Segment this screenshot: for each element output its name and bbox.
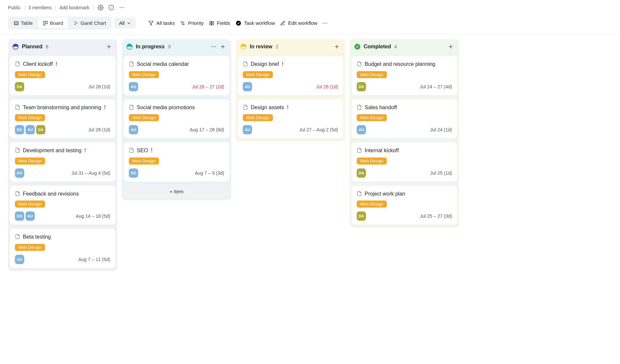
avatar[interactable]: DO: [15, 211, 24, 221]
add-card-button[interactable]: [105, 43, 113, 50]
tag[interactable]: Web Design: [15, 158, 45, 164]
task-card[interactable]: Design assets !Web DesignAUJul 27 – Aug …: [237, 99, 344, 139]
table-icon: [14, 21, 19, 26]
column-header: In progress3: [122, 39, 231, 54]
avatar[interactable]: DA: [357, 82, 366, 91]
document-icon: [15, 191, 20, 196]
avatar[interactable]: AU: [357, 125, 366, 134]
document-icon: [15, 234, 20, 239]
avatar[interactable]: DO: [15, 168, 24, 178]
avatar[interactable]: DA: [15, 82, 24, 91]
more-icon[interactable]: [118, 4, 126, 11]
toolbar-more-icon[interactable]: [321, 20, 329, 27]
priority-icon: !: [104, 105, 106, 110]
members-link[interactable]: 3 members: [28, 5, 52, 10]
add-item-button[interactable]: + Item: [123, 185, 230, 198]
column-title: Planned: [22, 44, 42, 50]
svg-point-27: [213, 46, 214, 47]
avatar[interactable]: AU: [26, 125, 35, 134]
task-card[interactable]: Client kickoff !Web DesignDAJul 28 (1d): [9, 56, 116, 96]
svg-point-28: [215, 46, 216, 47]
column-more-icon[interactable]: [210, 43, 217, 50]
tag[interactable]: Web Design: [357, 71, 387, 78]
avatar[interactable]: AU: [129, 125, 138, 134]
avatar[interactable]: AU: [26, 211, 35, 221]
tab-label: Board: [50, 20, 63, 26]
task-card[interactable]: Development and testing !Web DesignDOJul…: [9, 142, 116, 182]
due-date: Jul 24 – 27 (4d): [420, 84, 452, 89]
task-card[interactable]: Social media promotionsWeb DesignAUAug 1…: [123, 99, 230, 139]
card-title: Project work plan: [365, 190, 405, 198]
view-switcher: Table Board Gantt Chart: [8, 17, 112, 29]
label: Priority: [188, 20, 204, 26]
tag[interactable]: Web Design: [357, 158, 387, 164]
priority-sort[interactable]: Priority: [179, 18, 205, 28]
label: Edit workflow: [288, 20, 317, 26]
avatar[interactable]: DA: [357, 211, 366, 221]
check-circle-icon: [235, 20, 241, 26]
task-card[interactable]: Sales handoffWeb DesignAUJul 24 (1d): [351, 99, 458, 139]
task-card[interactable]: Social media calendarWeb DesignAUJul 26 …: [123, 56, 230, 96]
tag[interactable]: Web Design: [243, 71, 273, 78]
avatar[interactable]: DO: [129, 168, 138, 178]
chevron-down-icon: [127, 21, 131, 25]
gear-icon[interactable]: [97, 4, 104, 11]
task-card[interactable]: Beta testingWeb DesignAUAug 7 – 11 (5d): [9, 228, 116, 268]
gantt-icon: [73, 21, 78, 26]
separator: |: [24, 5, 25, 10]
tab-board[interactable]: Board: [38, 18, 68, 28]
task-card[interactable]: Design brief !Web DesignAUJul 26 (1d): [237, 56, 344, 96]
avatar[interactable]: AU: [15, 255, 24, 264]
card-title: Social media calendar: [137, 61, 189, 68]
filter-all-dropdown[interactable]: All: [114, 18, 136, 28]
task-card[interactable]: Budget and resource planningWeb DesignDA…: [351, 56, 458, 96]
tag[interactable]: Web Design: [15, 201, 45, 207]
due-date: Jul 26 (1d): [316, 84, 338, 89]
tag[interactable]: Web Design: [129, 71, 159, 78]
task-workflow-button[interactable]: Task workflow: [234, 18, 276, 28]
avatar[interactable]: DA: [357, 168, 366, 178]
document-icon: [357, 148, 362, 153]
tag[interactable]: Web Design: [15, 114, 45, 121]
column-count: 6: [46, 44, 48, 49]
tag[interactable]: Web Design: [129, 158, 159, 164]
tab-table[interactable]: Table: [9, 18, 37, 28]
column-cards: Design brief !Web DesignAUJul 26 (1d)Des…: [236, 54, 345, 139]
tag[interactable]: Web Design: [357, 201, 387, 207]
add-card-button[interactable]: [219, 43, 227, 50]
svg-marker-15: [149, 21, 153, 25]
assignees: DO: [129, 168, 138, 178]
task-card[interactable]: Team brainstorming and planning !Web Des…: [9, 99, 116, 139]
tag[interactable]: Web Design: [357, 114, 387, 121]
add-card-button[interactable]: [333, 43, 340, 50]
tag[interactable]: Web Design: [129, 114, 159, 121]
avatar[interactable]: DA: [36, 125, 45, 134]
card-title: Budget and resource planning: [365, 61, 436, 68]
info-icon[interactable]: [108, 4, 115, 11]
all-tasks-filter[interactable]: All tasks: [147, 18, 176, 28]
task-card[interactable]: Project work planWeb DesignDAJul 25 – 27…: [351, 185, 458, 225]
fields-button[interactable]: Fields: [208, 18, 232, 28]
task-card[interactable]: Internal kickoffWeb DesignDAJul 25 (1d): [351, 142, 458, 182]
add-card-button[interactable]: [447, 43, 454, 50]
avatar[interactable]: DO: [15, 125, 24, 134]
column-inprogress: In progress3Social media calendarWeb Des…: [122, 39, 231, 200]
assignees: DA: [357, 82, 366, 91]
tab-gantt[interactable]: Gantt Chart: [69, 18, 111, 28]
tag[interactable]: Web Design: [243, 114, 273, 121]
card-title: Sales handoff: [365, 104, 397, 111]
tag[interactable]: Web Design: [15, 71, 45, 78]
tag[interactable]: Web Design: [15, 244, 45, 251]
svg-rect-16: [210, 21, 211, 23]
task-card[interactable]: SEO !Web DesignDOAug 7 – 9 (3d): [123, 142, 230, 182]
avatar[interactable]: AU: [243, 125, 252, 134]
card-title: Internal kickoff: [365, 147, 399, 154]
edit-workflow-button[interactable]: Edit workflow: [279, 18, 319, 28]
funnel-icon: [148, 21, 154, 26]
column-cards: Budget and resource planningWeb DesignDA…: [350, 54, 459, 225]
visibility-label[interactable]: Public: [8, 5, 21, 10]
add-bookmark-link[interactable]: Add bookmark: [59, 5, 89, 10]
avatar[interactable]: AU: [129, 82, 138, 91]
avatar[interactable]: AU: [243, 82, 252, 91]
task-card[interactable]: Feedback and revisionsWeb DesignDOAUAug …: [9, 185, 116, 225]
